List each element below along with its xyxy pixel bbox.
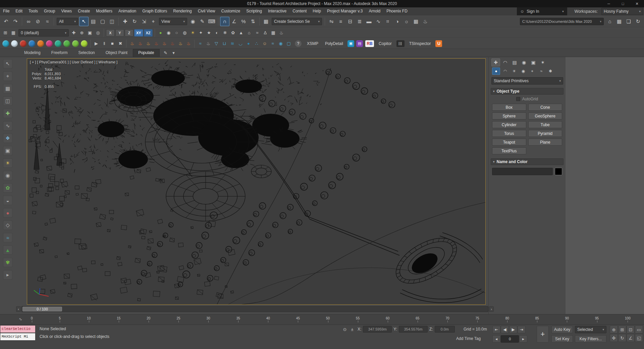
menu-item-scripting[interactable]: Scripting bbox=[243, 7, 265, 15]
autogrid-checkbox[interactable] bbox=[516, 97, 520, 101]
teal-sphere-plugin-icon[interactable] bbox=[2, 40, 9, 47]
menu-item-customize[interactable]: Customize bbox=[218, 7, 244, 15]
green-dot-icon[interactable]: ● bbox=[157, 29, 165, 37]
set-current-layer-icon[interactable]: ◎ bbox=[94, 29, 102, 37]
workspaces-dropdown[interactable]: Hosny Fahmy ▾ bbox=[601, 8, 643, 15]
mini-curve-editor-icon[interactable]: ∿ bbox=[19, 317, 22, 321]
open-explorer-icon[interactable]: ❏ bbox=[624, 17, 633, 26]
phoenix-spray-icon[interactable]: ♨ bbox=[176, 40, 184, 48]
sphere-icon[interactable]: ◉ bbox=[165, 29, 173, 37]
magenta-ring-plugin-icon[interactable] bbox=[46, 40, 53, 47]
mirror-icon[interactable]: ⇋ bbox=[327, 17, 336, 26]
absolute-mode-toggle-icon[interactable]: ± bbox=[349, 326, 356, 333]
modify-tab[interactable]: ◠ bbox=[501, 58, 509, 66]
render-setup-icon[interactable]: ☼ bbox=[402, 17, 411, 26]
minimize-button[interactable]: ─ bbox=[602, 0, 616, 7]
ribbon-tab-populate[interactable]: Populate bbox=[133, 49, 159, 57]
restrict-y-button[interactable]: Y bbox=[115, 29, 124, 37]
rb-plugin-icon[interactable]: RB bbox=[365, 40, 374, 47]
blue-sphere-icon[interactable]: ● bbox=[245, 40, 253, 48]
select-objects-in-layer-icon[interactable]: ▣ bbox=[86, 29, 94, 37]
boat-icon[interactable]: ◡ bbox=[236, 40, 245, 48]
uniconvertor-plugin-icon[interactable]: U bbox=[435, 40, 442, 47]
menu-item-group[interactable]: Group bbox=[41, 7, 58, 15]
spinner-snap-icon[interactable]: ⇅ bbox=[248, 17, 258, 26]
green-arrow-plugin-icon[interactable] bbox=[63, 40, 70, 47]
water-drop-plugin-icon[interactable] bbox=[29, 40, 35, 47]
ripples-icon[interactable]: ≋ bbox=[228, 40, 236, 48]
auto-key-button[interactable]: Auto Key bbox=[551, 326, 573, 333]
camera-icon[interactable]: ◉ bbox=[3, 171, 12, 180]
menu-item-help[interactable]: Help bbox=[310, 7, 324, 15]
pan-icon[interactable]: ✜ bbox=[610, 334, 618, 342]
half-sphere-icon[interactable]: ◐ bbox=[213, 29, 221, 37]
phoenix-fuel-icon[interactable]: ♨ bbox=[168, 40, 176, 48]
primitives-category-dropdown[interactable]: Standard Primitives ▾ bbox=[491, 77, 563, 85]
viewport-label[interactable]: [ + ] [ PhysCamera001 ] [ User Defined ]… bbox=[30, 60, 117, 64]
springs-icon[interactable]: ♨ bbox=[277, 29, 285, 37]
helpers-category[interactable]: ⌖ bbox=[528, 67, 536, 75]
set-keys-button[interactable]: + bbox=[537, 326, 549, 343]
percent-snap-icon[interactable]: % bbox=[239, 17, 248, 26]
redo-icon[interactable]: ↷ bbox=[11, 17, 20, 26]
copitor-button[interactable]: Copitor bbox=[375, 41, 395, 46]
panels-icon[interactable]: ◫ bbox=[3, 96, 12, 106]
globe-plugin-icon[interactable] bbox=[11, 40, 18, 47]
frame-spinner-up[interactable]: ▸ bbox=[519, 335, 527, 343]
region-render-icon[interactable]: ▣ bbox=[3, 146, 12, 155]
previous-frame-button[interactable]: ◀ bbox=[501, 326, 509, 333]
wave-icon[interactable]: ≈ bbox=[253, 29, 261, 37]
key-selection-dropdown[interactable]: Selected ▾ bbox=[575, 326, 606, 333]
object-name-field[interactable] bbox=[492, 168, 553, 175]
whirlpool-icon[interactable]: ◉ bbox=[277, 40, 285, 48]
sun-icon[interactable]: ☀ bbox=[189, 29, 197, 37]
toolbar-flyout-arrow-icon[interactable]: ▸ bbox=[3, 270, 12, 280]
menu-item-interactive[interactable]: Interactive bbox=[265, 7, 289, 15]
reference-coordinate-dropdown[interactable]: View ▾ bbox=[159, 18, 187, 25]
polydetail-button[interactable]: PolyDetail bbox=[322, 41, 346, 46]
teal-badge-icon[interactable]: ▣ bbox=[347, 40, 354, 47]
angle-snap-icon[interactable]: ∠ bbox=[229, 17, 239, 26]
select-and-move-icon[interactable]: ✚ bbox=[120, 17, 130, 26]
current-frame-field[interactable]: 0 bbox=[501, 335, 519, 343]
water-icon[interactable]: ≈ bbox=[3, 233, 12, 242]
object-type-box[interactable]: Box bbox=[492, 104, 526, 111]
y-coordinate-field[interactable]: 354.5576m bbox=[399, 326, 428, 333]
object-type-textplus[interactable]: TextPlus bbox=[492, 147, 526, 154]
light-icon[interactable]: ☀ bbox=[3, 158, 12, 168]
layer-explorer-icon[interactable]: ▦ bbox=[9, 29, 17, 37]
character-icon[interactable]: ☺ bbox=[261, 40, 269, 48]
grid-snap-icon[interactable]: ▦ bbox=[3, 84, 12, 93]
toggle-scene-explorer-icon[interactable]: ⊟ bbox=[345, 17, 355, 26]
undo-icon[interactable]: ↶ bbox=[1, 17, 11, 26]
restrict-z-button[interactable]: Z bbox=[125, 29, 133, 37]
ribbon-tab-selection[interactable]: Selection bbox=[73, 49, 100, 57]
close-button[interactable]: ✕ bbox=[630, 0, 644, 7]
create-new-layer-icon[interactable]: ✚ bbox=[70, 29, 78, 37]
restrict-xy-plane-button[interactable]: XY bbox=[134, 29, 143, 37]
xsmp-button[interactable]: XSMP bbox=[304, 41, 322, 46]
play-animation-icon[interactable]: ▶ bbox=[92, 40, 100, 48]
select-by-name-icon[interactable]: ▤ bbox=[89, 17, 98, 26]
delta-icon[interactable]: ∆ bbox=[261, 29, 269, 37]
play-button[interactable]: ▶ bbox=[509, 326, 517, 333]
select-object-icon[interactable]: ↖ bbox=[79, 17, 89, 26]
menu-item-phoenix-fd[interactable]: Phoenix FD bbox=[383, 7, 411, 15]
maxscript-listener-line2[interactable]: MAXScript Mi bbox=[0, 333, 36, 341]
rendered-frame-window-icon[interactable]: ▦ bbox=[411, 17, 421, 26]
phoenix-preset-icon[interactable]: ♨ bbox=[184, 40, 193, 48]
menu-item-graph-editors[interactable]: Graph Editors bbox=[139, 7, 170, 15]
spline-icon[interactable]: ∿ bbox=[3, 121, 12, 131]
go-to-end-button[interactable]: ⇥ bbox=[518, 326, 526, 333]
help-icon[interactable]: ? bbox=[295, 40, 302, 47]
flower-icon[interactable]: ✿ bbox=[229, 29, 237, 37]
go-to-start-button[interactable]: ⇤ bbox=[492, 326, 500, 333]
create-tab[interactable]: ✚ bbox=[491, 58, 500, 66]
maximize-viewport-toggle-icon[interactable]: ◱ bbox=[635, 334, 643, 342]
select-and-scale-icon[interactable]: ⇲ bbox=[139, 17, 149, 26]
ribbon-config-arrow-icon[interactable]: ▾ bbox=[170, 49, 178, 57]
zoom-extents-icon[interactable]: ⊡ bbox=[627, 326, 635, 334]
material-ball-icon[interactable]: ◍ bbox=[181, 29, 189, 37]
leaf-icon[interactable]: ✾ bbox=[3, 258, 12, 267]
phoenix-explosion-icon[interactable]: ♨ bbox=[152, 40, 160, 48]
